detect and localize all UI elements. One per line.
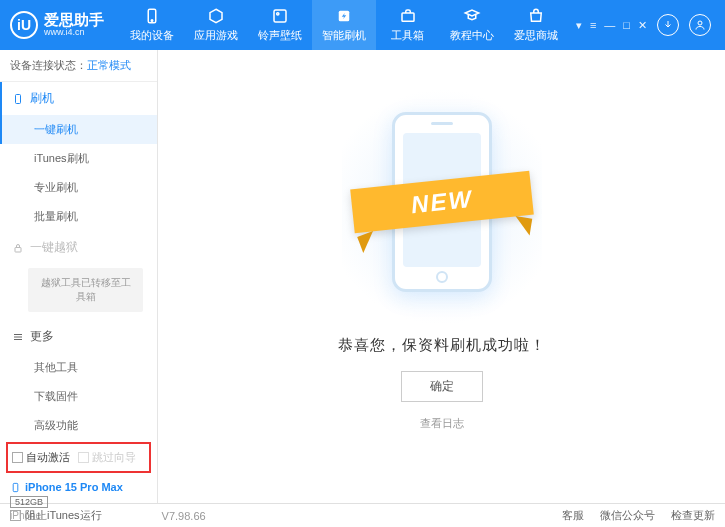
section-label: 一键越狱 — [30, 239, 78, 256]
view-log-link[interactable]: 查看日志 — [420, 416, 464, 431]
download-button[interactable] — [657, 14, 679, 36]
device-storage: 512GB — [10, 496, 48, 508]
user-icon — [694, 19, 706, 31]
nav-label: 教程中心 — [450, 28, 494, 43]
section-more[interactable]: 更多 — [0, 320, 157, 353]
checkbox-skip-guide[interactable]: 跳过向导 — [78, 450, 136, 465]
ok-button[interactable]: 确定 — [401, 371, 483, 402]
footer-update[interactable]: 检查更新 — [671, 508, 715, 523]
status-value: 正常模式 — [87, 59, 131, 71]
app-logo: iU 爱思助手 www.i4.cn — [10, 11, 120, 39]
phone-small-icon — [10, 482, 21, 493]
download-icon — [662, 19, 674, 31]
close-button[interactable]: ✕ — [638, 19, 647, 32]
store-icon — [527, 7, 545, 25]
app-url: www.i4.cn — [44, 28, 104, 38]
svg-rect-7 — [16, 94, 21, 103]
titlebar: iU 爱思助手 www.i4.cn 我的设备 应用游戏 铃声壁纸 智能刷机 工具… — [0, 0, 725, 50]
minimize-button[interactable]: — — [604, 19, 615, 32]
svg-point-3 — [277, 13, 279, 15]
sidebar-item-other-tools[interactable]: 其他工具 — [0, 353, 157, 382]
settings-icon[interactable]: ≡ — [590, 19, 596, 32]
lock-icon — [12, 242, 24, 254]
section-label: 更多 — [30, 328, 54, 345]
footer-support[interactable]: 客服 — [562, 508, 584, 523]
section-flash[interactable]: 刷机 — [0, 82, 157, 115]
status-label: 设备连接状态： — [10, 59, 87, 71]
nav-flash[interactable]: 智能刷机 — [312, 0, 376, 50]
phone-icon — [143, 7, 161, 25]
svg-rect-8 — [15, 247, 21, 252]
svg-rect-5 — [402, 13, 414, 21]
sidebar-item-onekey-flash[interactable]: 一键刷机 — [0, 115, 157, 144]
block-itunes-label: 阻止iTunes运行 — [25, 508, 102, 523]
nav-tutorials[interactable]: 教程中心 — [440, 0, 504, 50]
nav-toolbox[interactable]: 工具箱 — [376, 0, 440, 50]
connection-status: 设备连接状态：正常模式 — [0, 50, 157, 82]
flash-icon — [335, 7, 353, 25]
sidebar-item-batch-flash[interactable]: 批量刷机 — [0, 202, 157, 231]
sidebar-item-download-firmware[interactable]: 下载固件 — [0, 382, 157, 411]
menu-icon[interactable]: ▾ — [576, 19, 582, 32]
checkbox-auto-activate[interactable]: 自动激活 — [12, 450, 70, 465]
window-controls: ▾ ≡ — □ ✕ — [576, 19, 647, 32]
version-label: V7.98.66 — [162, 510, 206, 522]
svg-rect-2 — [274, 10, 286, 22]
nav-store[interactable]: 爱思商城 — [504, 0, 568, 50]
nav-apps[interactable]: 应用游戏 — [184, 0, 248, 50]
svg-rect-9 — [13, 483, 18, 491]
tutorial-icon — [463, 7, 481, 25]
maximize-button[interactable]: □ — [623, 19, 630, 32]
nav-label: 铃声壁纸 — [258, 28, 302, 43]
nav-label: 工具箱 — [391, 28, 424, 43]
sidebar-item-pro-flash[interactable]: 专业刷机 — [0, 173, 157, 202]
cb-label: 跳过向导 — [92, 450, 136, 465]
image-icon — [271, 7, 289, 25]
footer-wechat[interactable]: 微信公众号 — [600, 508, 655, 523]
app-name: 爱思助手 — [44, 12, 104, 29]
phone-illustration: NEW — [372, 102, 512, 312]
device-name[interactable]: iPhone 15 Pro Max — [10, 481, 147, 493]
success-message: 恭喜您，保资料刷机成功啦！ — [338, 336, 546, 355]
nav-label: 应用游戏 — [194, 28, 238, 43]
svg-point-6 — [698, 21, 702, 25]
new-ribbon: NEW — [350, 171, 534, 234]
main-nav: 我的设备 应用游戏 铃声壁纸 智能刷机 工具箱 教程中心 爱思商城 — [120, 0, 568, 50]
sidebar-item-itunes-flash[interactable]: iTunes刷机 — [0, 144, 157, 173]
section-label: 刷机 — [30, 90, 54, 107]
checkbox-block-itunes[interactable] — [10, 510, 21, 521]
svg-point-1 — [151, 20, 153, 22]
logo-icon: iU — [10, 11, 38, 39]
cb-label: 自动激活 — [26, 450, 70, 465]
nav-my-device[interactable]: 我的设备 — [120, 0, 184, 50]
list-icon — [12, 331, 24, 343]
section-jailbreak: 一键越狱 — [0, 231, 157, 264]
nav-label: 爱思商城 — [514, 28, 558, 43]
toolbox-icon — [399, 7, 417, 25]
sidebar-item-advanced[interactable]: 高级功能 — [0, 411, 157, 440]
nav-ringtones[interactable]: 铃声壁纸 — [248, 0, 312, 50]
main-content: NEW 恭喜您，保资料刷机成功啦！ 确定 查看日志 — [158, 50, 725, 503]
device-name-text: iPhone 15 Pro Max — [25, 481, 123, 493]
nav-label: 智能刷机 — [322, 28, 366, 43]
sidebar: 设备连接状态：正常模式 刷机 一键刷机 iTunes刷机 专业刷机 批量刷机 一… — [0, 50, 158, 503]
jailbreak-note: 越狱工具已转移至工具箱 — [28, 268, 143, 312]
device-icon — [12, 93, 24, 105]
user-button[interactable] — [689, 14, 711, 36]
options-row: 自动激活 跳过向导 — [6, 442, 151, 473]
titlebar-right: ▾ ≡ — □ ✕ — [568, 14, 715, 36]
nav-label: 我的设备 — [130, 28, 174, 43]
apps-icon — [207, 7, 225, 25]
